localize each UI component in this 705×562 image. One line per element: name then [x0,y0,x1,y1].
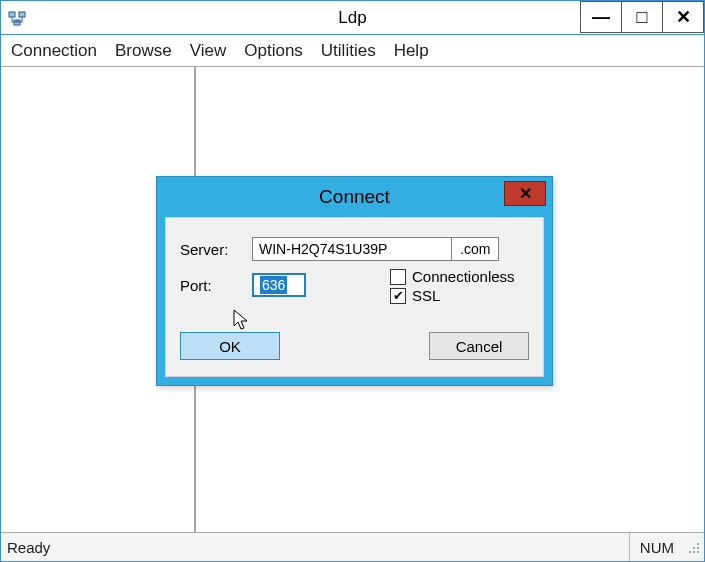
menu-options[interactable]: Options [244,41,303,61]
menu-view[interactable]: View [190,41,227,61]
app-icon [7,8,27,28]
menu-help[interactable]: Help [394,41,429,61]
minimize-button[interactable]: — [580,1,622,33]
cancel-button[interactable]: Cancel [429,332,529,360]
menu-utilities[interactable]: Utilities [321,41,376,61]
checkbox-box: ✔ [390,288,406,304]
statusbar: Ready NUM [1,533,704,561]
dialog-body: Server: WIN-H2Q74S1U39P .com Port: 636 C… [165,217,544,377]
svg-point-9 [697,547,699,549]
dialog-close-button[interactable]: ✕ [504,181,546,206]
menu-connection[interactable]: Connection [11,41,97,61]
port-input[interactable]: 636 [252,273,306,297]
main-titlebar: Ldp — □ ✕ [1,1,704,35]
dialog-buttons: OK Cancel [180,332,529,360]
close-icon: ✕ [519,184,532,203]
svg-point-8 [693,547,695,549]
maximize-icon: □ [637,7,648,28]
svg-point-11 [693,551,695,553]
ssl-label: SSL [412,287,440,304]
checkbox-box [390,269,406,285]
server-row: Server: WIN-H2Q74S1U39P .com [180,236,529,262]
window-controls: — □ ✕ [581,1,704,34]
resize-grip-icon[interactable] [684,538,702,556]
port-label: Port: [180,277,252,294]
status-numlock: NUM [629,533,684,561]
server-suffix: .com [452,237,499,261]
svg-point-10 [689,551,691,553]
connect-dialog: Connect ✕ Server: WIN-H2Q74S1U39P .com P… [156,176,553,386]
close-button[interactable]: ✕ [662,1,704,33]
check-icon: ✔ [393,289,404,302]
ssl-checkbox[interactable]: ✔ SSL [390,287,515,304]
connectionless-checkbox[interactable]: Connectionless [390,268,515,285]
main-window: Ldp — □ ✕ Connection Browse View Options… [0,0,705,562]
menu-browse[interactable]: Browse [115,41,172,61]
status-text: Ready [1,539,629,556]
close-icon: ✕ [676,6,691,28]
dialog-title: Connect [157,186,552,208]
svg-rect-1 [19,12,25,17]
svg-point-12 [697,551,699,553]
menubar: Connection Browse View Options Utilities… [1,35,704,67]
ok-button[interactable]: OK [180,332,280,360]
server-label: Server: [180,241,252,258]
maximize-button[interactable]: □ [621,1,663,33]
options-group: Connectionless ✔ SSL [390,268,515,306]
minimize-icon: — [592,7,610,28]
connectionless-label: Connectionless [412,268,515,285]
svg-rect-0 [9,12,15,17]
dialog-titlebar[interactable]: Connect ✕ [157,177,552,217]
server-input[interactable]: WIN-H2Q74S1U39P [252,237,452,261]
svg-point-7 [697,543,699,545]
port-value-selected: 636 [260,276,287,294]
